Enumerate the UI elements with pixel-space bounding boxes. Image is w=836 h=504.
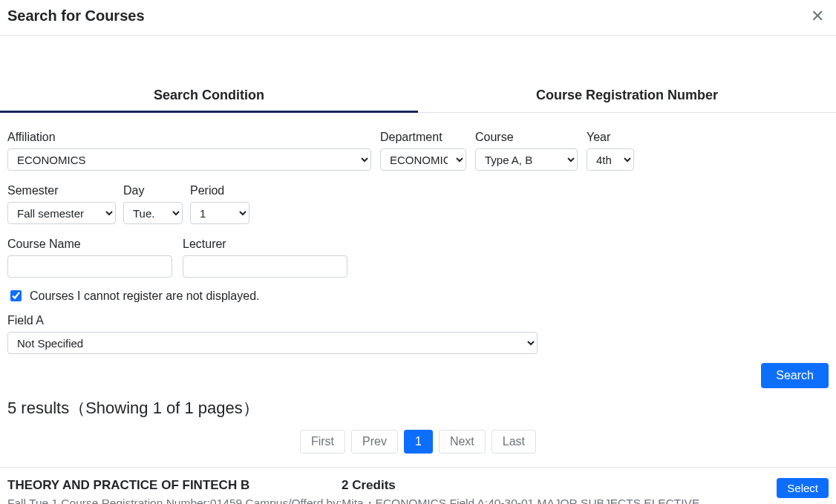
- department-select[interactable]: ECONOMICS: [380, 148, 466, 171]
- year-select[interactable]: 4th: [587, 148, 634, 171]
- field-a-select[interactable]: Not Specified: [7, 332, 538, 354]
- result-row: THEORY AND PRACTICE OF FINTECH B 2 Credi…: [0, 467, 836, 504]
- hide-unregisterable-checkbox[interactable]: [10, 290, 22, 301]
- course-name-label: Course Name: [7, 238, 172, 251]
- semester-select[interactable]: Fall semester: [7, 202, 116, 224]
- pagination-page-1[interactable]: 1: [404, 430, 433, 454]
- affiliation-select[interactable]: ECONOMICS: [7, 148, 371, 171]
- department-label: Department: [380, 131, 466, 144]
- search-button[interactable]: Search: [761, 363, 829, 388]
- results-summary: 5 results（Showing 1 of 1 pages）: [0, 397, 836, 419]
- field-a-label: Field A: [7, 314, 829, 327]
- day-select[interactable]: Tue.: [123, 202, 183, 224]
- result-course-title: THEORY AND PRACTICE OF FINTECH B: [7, 478, 342, 493]
- period-select[interactable]: 1: [190, 202, 249, 224]
- day-label: Day: [123, 184, 183, 197]
- page-title: Search for Courses: [7, 7, 145, 24]
- semester-label: Semester: [7, 184, 116, 197]
- affiliation-label: Affiliation: [7, 131, 371, 144]
- course-name-input[interactable]: [7, 255, 172, 278]
- pagination-first[interactable]: First: [300, 430, 345, 454]
- tab-course-registration-number[interactable]: Course Registration Number: [418, 79, 836, 113]
- close-icon[interactable]: ✕: [806, 8, 829, 24]
- result-credits: 2 Credits: [342, 478, 396, 493]
- course-label: Course: [475, 131, 578, 144]
- select-button[interactable]: Select: [777, 478, 829, 498]
- hide-unregisterable-label: Courses I cannot register are not displa…: [30, 289, 260, 303]
- lecturer-label: Lecturer: [183, 238, 347, 251]
- tab-search-condition[interactable]: Search Condition: [0, 79, 418, 113]
- pagination-next[interactable]: Next: [439, 430, 486, 454]
- period-label: Period: [190, 184, 249, 197]
- pagination-prev[interactable]: Prev: [351, 430, 398, 454]
- course-select[interactable]: Type A, B: [475, 148, 578, 171]
- year-label: Year: [587, 131, 634, 144]
- lecturer-input[interactable]: [183, 255, 347, 278]
- result-meta: Fall Tue.1 Course Registration Number:01…: [7, 496, 768, 504]
- pagination-last[interactable]: Last: [492, 430, 536, 454]
